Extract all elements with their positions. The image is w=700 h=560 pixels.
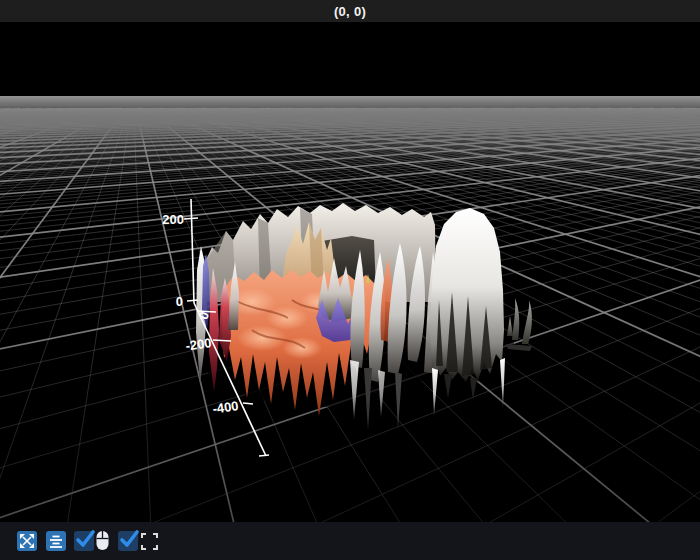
pan-mode-button[interactable]	[17, 531, 37, 551]
fullscreen-icon	[141, 533, 158, 550]
mouse-icon	[94, 530, 112, 552]
horizon-haze	[0, 96, 700, 148]
scene-svg: 200 0 0 -200 -400	[0, 22, 700, 522]
3d-canvas[interactable]: 200 0 0 -200 -400	[0, 22, 700, 522]
move-arrows-icon	[20, 534, 34, 548]
checkmark-icon	[74, 528, 96, 550]
mouse-mode-indicator[interactable]	[94, 530, 112, 552]
checkmark-icon	[118, 528, 140, 550]
title-bar: (0, 0)	[0, 0, 700, 22]
window-title: (0, 0)	[334, 4, 366, 19]
align-center-button[interactable]	[46, 531, 66, 551]
left-toggle-checkbox[interactable]	[74, 531, 94, 551]
fullscreen-button[interactable]	[141, 533, 158, 550]
right-toggle-checkbox[interactable]	[118, 531, 138, 551]
z-tick-label: 0	[176, 294, 183, 309]
bottom-toolbar	[0, 522, 700, 560]
align-center-icon	[49, 534, 63, 548]
3d-viewer-window: (0, 0)	[0, 0, 700, 560]
z-tick-label: 200	[162, 212, 184, 227]
